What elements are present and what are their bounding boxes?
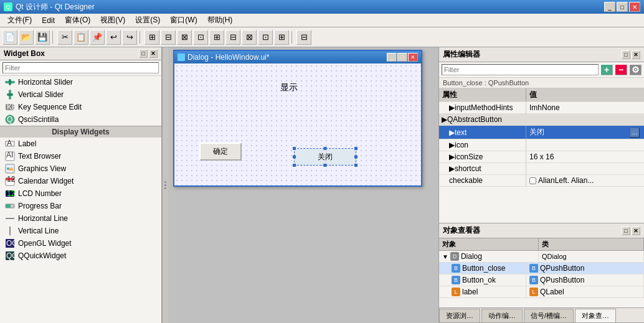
close-button[interactable]: ✕ [629,2,640,12]
menu-form[interactable]: 窗体(O) [60,14,95,27]
tab-resources[interactable]: 资源浏… [439,309,480,322]
svg-text:KB: KB [7,103,15,111]
prop-row-text[interactable]: ▶ text 关闭 … [439,126,644,139]
widget-item-qsciscintilla[interactable]: Q QsciScintilla [0,113,161,126]
handle-bottom-left [293,164,296,167]
prop-settings-button[interactable]: ⚙ [629,64,642,75]
prop-add-button[interactable]: + [600,64,613,75]
tab-signals[interactable]: 信号/槽编… [524,309,574,322]
prop-name-shortcut: shortcut [455,164,481,173]
dialog-minimize-button[interactable]: _ [387,53,397,62]
tb-btn-1[interactable]: ⊞ [144,30,159,45]
cut-button[interactable]: ✂ [57,30,72,45]
dialog-window: Dialog - HelloWindow.ui* _ □ ✕ 显示 确定 [173,50,422,187]
widget-item-vertical-slider[interactable]: Vertical Slider [0,88,161,101]
prop-col-value: 值 [529,90,537,100]
prop-name-iconsize: iconSize [455,152,483,161]
new-button[interactable]: 📄 [2,30,17,45]
tb-btn-5[interactable]: ⊞ [209,30,224,45]
prop-checkbox-checkable[interactable] [529,177,536,184]
tb-btn-3[interactable]: ⊠ [177,30,192,45]
widget-item-text-browser[interactable]: AI Text Browser [0,150,161,162]
widget-item-calendar[interactable]: 12 Calendar Widget [0,175,161,187]
tab-actions[interactable]: 动作编… [481,309,523,322]
menu-edit[interactable]: Edit [37,15,60,26]
prop-edit-text-button[interactable]: … [630,128,640,138]
progress-bar-icon [5,201,15,211]
selection-box: 关闭 [294,148,356,166]
save-button[interactable]: 💾 [35,30,50,45]
copy-button[interactable]: 📋 [73,30,88,45]
tb-btn-6[interactable]: ⊟ [225,30,240,45]
obj-row-button-ok[interactable]: B Button_ok B QPushButton [439,274,644,286]
button-close-obj-icon: B [452,264,460,273]
prop-expand-icon: ▶ [449,141,455,149]
obj-inspector-float-button[interactable]: □ [622,227,630,235]
redo-button[interactable]: ↪ [122,30,137,45]
obj-row-dialog[interactable]: ▼ D Dialog QDialog [439,251,644,263]
prop-filter-input[interactable] [442,64,599,75]
obj-row-button-close[interactable]: B Button_close B QPushButton [439,263,644,274]
left-resize-handle[interactable] [162,47,168,323]
widget-item-opengl[interactable]: OGL OpenGL Widget [0,237,161,250]
vertical-line-icon [5,226,15,236]
tb-btn-4[interactable]: ⊡ [193,30,208,45]
obj-name-label: label [462,288,478,296]
widget-item-vertical-line[interactable]: Vertical Line [0,225,161,237]
property-editor: 属性编辑器 □ ✕ + − ⚙ Button_close : QPushButt… [439,47,644,223]
widget-item-label[interactable]: A Label [0,138,161,150]
dialog-close-button[interactable]: ✕ [408,53,418,62]
dialog-obj-icon: D [450,252,459,261]
obj-inspector-close-button[interactable]: ✕ [632,227,640,235]
handle-top-right [354,147,358,150]
open-button[interactable]: 📂 [19,30,34,45]
tb-btn-9[interactable]: ⊞ [274,30,289,45]
dialog-maximize-button[interactable]: □ [397,53,407,62]
button-ok-class-icon: B [529,276,538,284]
menu-window[interactable]: 窗口(W) [165,14,202,27]
prop-table-header: 属性 值 [439,88,644,102]
menu-help[interactable]: 帮助(H) [202,14,238,27]
tb-btn-7[interactable]: ⊠ [242,30,257,45]
widget-filter-input[interactable] [2,62,159,73]
center-panel[interactable]: Dialog - HelloWindow.ui* _ □ ✕ 显示 确定 [168,47,438,323]
widget-item-progress-bar[interactable]: Progress Bar [0,200,161,212]
obj-row-label[interactable]: L label L QLabel [439,286,644,298]
tb-btn-8[interactable]: ⊡ [258,30,273,45]
close-button-in-dialog[interactable]: 关闭 [295,149,356,165]
prop-editor-close-button[interactable]: ✕ [632,50,640,59]
widget-item-key-sequence[interactable]: KB Key Sequence Edit [0,101,161,113]
handle-bottom-right [354,164,358,167]
dialog-display-label: 显示 [280,82,298,93]
widget-item-qquickwidget[interactable]: QQ QQuickWidget [0,250,161,262]
maximize-button[interactable]: □ [617,2,628,12]
widget-item-horizontal-line[interactable]: Horizontal Line [0,212,161,225]
tb-btn-10[interactable]: ⊟ [296,30,311,45]
prop-minus-button[interactable]: − [615,64,627,75]
menu-file[interactable]: 文件(F) [2,14,37,27]
tab-objects[interactable]: 对象查… [575,309,616,322]
undo-button[interactable]: ↩ [106,30,121,45]
handle-top-left [293,147,296,150]
widget-box-header: Widget Box □ ✕ [0,47,161,60]
obj-col-class: 类 [539,238,644,250]
tb-btn-2[interactable]: ⊟ [161,30,176,45]
widget-item-horizontal-slider[interactable]: Horizontal Slider [0,76,161,88]
menu-settings[interactable]: 设置(S) [130,14,165,27]
widget-item-lcd-number[interactable]: 12 LCD Number [0,187,161,200]
minimize-button[interactable]: _ [604,2,615,12]
confirm-button[interactable]: 确定 [199,143,242,161]
widget-box-close-button[interactable]: ✕ [149,49,158,58]
widget-label: Key Sequence Edit [18,103,82,111]
obj-class-dialog: QDialog [539,251,644,261]
widget-box-float-button[interactable]: □ [139,49,148,58]
widget-label: Calendar Widget [18,177,73,185]
widget-item-graphics-view[interactable]: Graphics View [0,162,161,175]
widget-label: Vertical Slider [18,90,64,99]
prop-editor-float-button[interactable]: □ [622,50,630,59]
menu-view[interactable]: 视图(V) [95,14,130,27]
obj-name-button-close: Button_close [462,264,505,273]
paste-button[interactable]: 📌 [90,30,105,45]
prop-expand-iconsize: ▶ [449,152,455,161]
prop-section-arrow: ▶ [442,115,447,124]
